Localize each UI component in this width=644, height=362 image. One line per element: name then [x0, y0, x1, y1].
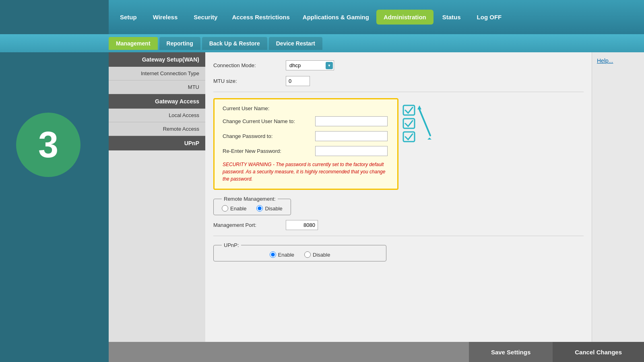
management-port-label: Management Port:: [213, 222, 286, 228]
svg-marker-5: [427, 138, 431, 140]
gateway-access-box: Current User Name: Change Current User N…: [213, 98, 398, 190]
subnav-device-restart[interactable]: Device Restart: [269, 37, 322, 50]
change-username-row: Change Current User Name to:: [223, 116, 389, 126]
re-enter-password-label: Re-Enter New Password:: [223, 148, 315, 154]
nav-applications-gaming[interactable]: Applications & Gaming: [297, 9, 375, 25]
remote-management-fieldset: Remote Management: Enable Disable: [213, 196, 291, 215]
divider-1: [213, 92, 584, 92]
remote-management-options: Enable Disable: [222, 205, 283, 212]
content-area: Connection Mode: dhcp static pppoe ▼ MTU…: [205, 52, 592, 342]
connection-mode-select-wrapper[interactable]: dhcp static pppoe ▼: [286, 60, 334, 70]
nav-security[interactable]: Security: [186, 10, 225, 25]
upnp-disable-radio[interactable]: [304, 251, 311, 258]
top-nav: Setup Wireless Security Access Restricti…: [109, 0, 644, 34]
sidebar-item-mtu[interactable]: MTU: [109, 80, 205, 94]
mtu-size-row: MTU size:: [213, 76, 584, 86]
bottom-bar: Save Settings Cancel Changes: [109, 342, 644, 362]
upnp-enable-label[interactable]: Enable: [270, 251, 294, 258]
current-username-label: Current User Name:: [223, 105, 315, 111]
re-enter-password-row: Re-Enter New Password:: [223, 146, 389, 156]
nav-status[interactable]: Status: [435, 10, 468, 25]
upnp-options: Enable Disable: [222, 251, 378, 258]
nav-administration[interactable]: Administration: [376, 10, 433, 25]
help-panel: Help...: [592, 52, 644, 342]
remote-management-row: Remote Management: Enable Disable: [213, 196, 584, 215]
mtu-size-input[interactable]: [286, 76, 310, 86]
remote-management-enable-radio[interactable]: [222, 205, 228, 212]
upnp-disable-label[interactable]: Disable: [304, 251, 330, 258]
change-username-label: Change Current User Name to:: [223, 118, 315, 124]
help-link[interactable]: Help...: [597, 58, 613, 64]
nav-access-restrictions[interactable]: Access Restrictions: [226, 9, 295, 25]
remote-management-disable-label[interactable]: Disable: [256, 205, 282, 212]
change-password-input[interactable]: [315, 131, 388, 141]
remote-management-legend: Remote Management:: [222, 196, 278, 202]
upnp-row: UPnP: Enable Disable: [213, 242, 584, 261]
sidebar-item-local-access[interactable]: Local Access: [109, 109, 205, 122]
security-warning: SECURITY WARNING - The password is curre…: [223, 161, 389, 183]
connection-mode-select[interactable]: dhcp static pppoe: [286, 60, 334, 70]
remote-management-enable-label[interactable]: Enable: [222, 205, 246, 212]
change-password-label: Change Password to:: [223, 133, 315, 139]
sub-nav: Management Reporting Back Up & Restore D…: [0, 34, 644, 52]
management-port-input[interactable]: [286, 220, 318, 230]
subnav-reporting[interactable]: Reporting: [159, 37, 200, 50]
mtu-size-label: MTU size:: [213, 78, 286, 84]
divider-2: [213, 236, 584, 236]
upnp-fieldset: UPnP: Enable Disable: [213, 242, 386, 261]
current-username-row: Current User Name:: [223, 105, 389, 111]
change-username-input[interactable]: [315, 116, 388, 126]
management-port-row: Management Port:: [213, 220, 584, 230]
sidebar-item-internet-connection-type[interactable]: Internet Connection Type: [109, 67, 205, 80]
subnav-management[interactable]: Management: [109, 37, 158, 50]
connection-mode-row: Connection Mode: dhcp static pppoe ▼: [213, 60, 584, 70]
change-password-row: Change Password to:: [223, 131, 389, 141]
svg-marker-4: [417, 105, 421, 109]
nav-logoff[interactable]: Log OFF: [470, 10, 509, 25]
save-settings-button[interactable]: Save Settings: [469, 342, 553, 362]
re-enter-password-input[interactable]: [315, 146, 388, 156]
sidebar-item-remote-access[interactable]: Remote Access: [109, 122, 205, 136]
remote-management-disable-radio[interactable]: [256, 205, 263, 212]
sidebar-section-gateway-setup: Gateway Setup(WAN): [109, 52, 205, 67]
nav-setup[interactable]: Setup: [113, 10, 144, 25]
subnav-backup-restore[interactable]: Back Up & Restore: [202, 37, 267, 50]
nav-wireless[interactable]: Wireless: [146, 10, 185, 25]
connection-mode-label: Connection Mode:: [213, 62, 286, 68]
checklist-icon: [401, 103, 433, 144]
upnp-legend: UPnP:: [222, 242, 241, 248]
circle-number: 3: [16, 113, 80, 177]
sidebar: Gateway Setup(WAN) Internet Connection T…: [109, 52, 205, 342]
sidebar-section-gateway-access: Gateway Access: [109, 94, 205, 109]
sidebar-section-upnp: UPnP: [109, 136, 205, 150]
cancel-changes-button[interactable]: Cancel Changes: [553, 342, 644, 362]
upnp-enable-radio[interactable]: [270, 251, 276, 258]
svg-line-3: [419, 109, 430, 136]
